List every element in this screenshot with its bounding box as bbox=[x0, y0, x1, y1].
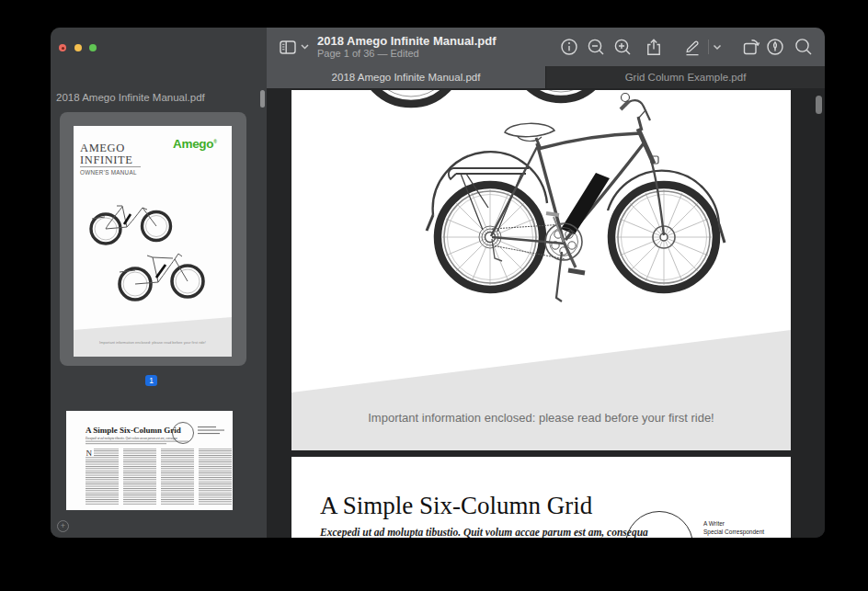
grid-thumb-graphic: A Simple Six-Column Grid Excepedi ut ad … bbox=[66, 411, 233, 510]
author-photo-circle bbox=[625, 511, 693, 538]
cover-subtitle: OWNER'S MANUAL bbox=[80, 169, 137, 176]
share-icon[interactable] bbox=[644, 37, 664, 57]
byline-name: A Writer bbox=[703, 520, 725, 527]
cover-banner-wedge: Important information enclosed: please r… bbox=[74, 311, 232, 357]
page-number-badge: 1 bbox=[145, 375, 157, 386]
byline-role: Special Correspondent bbox=[703, 528, 764, 535]
close-button[interactable] bbox=[59, 44, 66, 51]
sidebar-scrollbar[interactable] bbox=[260, 90, 265, 108]
add-page-button[interactable]: + bbox=[57, 520, 69, 532]
pdf-page-2: A Simple Six-Column Grid Excepedi ut ad … bbox=[291, 457, 791, 538]
markup-dropdown-icon[interactable] bbox=[712, 37, 723, 57]
document-view: Important information enclosed: please r… bbox=[267, 88, 825, 538]
thumbnail-sidebar: 2018 Amego Infinite Manual.pdf AMEGO INF… bbox=[51, 28, 267, 538]
zoom-out-icon[interactable] bbox=[586, 37, 606, 57]
grid-thumb-lede: Excepedi ut ad molupta tibustio. Quit vo… bbox=[85, 437, 177, 441]
fill-sign-icon[interactable] bbox=[765, 37, 785, 57]
window-title-block: 2018 Amego Infinite Manual.pdf Page 1 of… bbox=[317, 34, 497, 60]
zoom-in-icon[interactable] bbox=[612, 37, 633, 57]
grid-thumb-dropcap: N bbox=[86, 449, 93, 458]
cover-banner-text: Important information enclosed: please r… bbox=[99, 340, 206, 345]
info-icon[interactable] bbox=[559, 37, 579, 57]
ebike-battery bbox=[561, 173, 610, 234]
rotate-left-icon[interactable] bbox=[741, 37, 761, 57]
markup-icon[interactable] bbox=[682, 37, 702, 57]
pdf-page-1: Important information enclosed: please r… bbox=[291, 90, 791, 450]
search-icon[interactable] bbox=[794, 37, 814, 57]
tab-grid-column-example[interactable]: Grid Column Example.pdf bbox=[545, 66, 825, 88]
article-lede: Excepedi ut ad molupta tibustio. Quit vo… bbox=[320, 527, 648, 538]
bike-illustration bbox=[291, 90, 791, 450]
cover-brand-title: AMEGO INFINITE bbox=[80, 142, 133, 166]
toolbar: 2018 Amego Infinite Manual.pdf Page 1 of… bbox=[267, 28, 825, 66]
amego-logo: Amego® bbox=[173, 137, 217, 151]
page-thumbnail-2[interactable]: A Simple Six-Column Grid Excepedi ut ad … bbox=[66, 411, 233, 510]
page1-banner-text: Important information enclosed: please r… bbox=[291, 411, 791, 425]
page-thumbnail-1[interactable]: AMEGO INFINITE OWNER'S MANUAL Amego® bbox=[74, 126, 232, 357]
content-scrollbar[interactable] bbox=[816, 96, 822, 114]
cover-rule bbox=[80, 166, 141, 167]
cover-bike-illustrations bbox=[83, 185, 221, 309]
grid-thumb-heading: A Simple Six-Column Grid bbox=[86, 426, 181, 435]
main-panel: 2018 Amego Infinite Manual.pdf Page 1 of… bbox=[267, 28, 825, 538]
zoom-button[interactable] bbox=[89, 44, 97, 51]
document-status: Page 1 of 36 — Edited bbox=[317, 48, 497, 60]
tab-amego-manual[interactable]: 2018 Amego Infinite Manual.pdf bbox=[267, 66, 545, 88]
banner-wedge bbox=[291, 330, 791, 450]
tab-bar: 2018 Amego Infinite Manual.pdf Grid Colu… bbox=[267, 66, 825, 88]
sidebar-toggle-dropdown-icon[interactable] bbox=[300, 43, 310, 51]
toolbar-separator bbox=[708, 40, 709, 54]
article-heading: A Simple Six-Column Grid bbox=[320, 492, 592, 520]
sidebar-toggle-icon[interactable] bbox=[278, 37, 298, 57]
edited-dot bbox=[62, 47, 64, 50]
minimize-button[interactable] bbox=[74, 44, 82, 51]
preview-window: 2018 Amego Infinite Manual.pdf AMEGO INF… bbox=[51, 28, 825, 538]
document-title: 2018 Amego Infinite Manual.pdf bbox=[317, 34, 497, 48]
sidebar-document-title: 2018 Amego Infinite Manual.pdf bbox=[56, 92, 256, 103]
traffic-lights bbox=[59, 44, 97, 51]
